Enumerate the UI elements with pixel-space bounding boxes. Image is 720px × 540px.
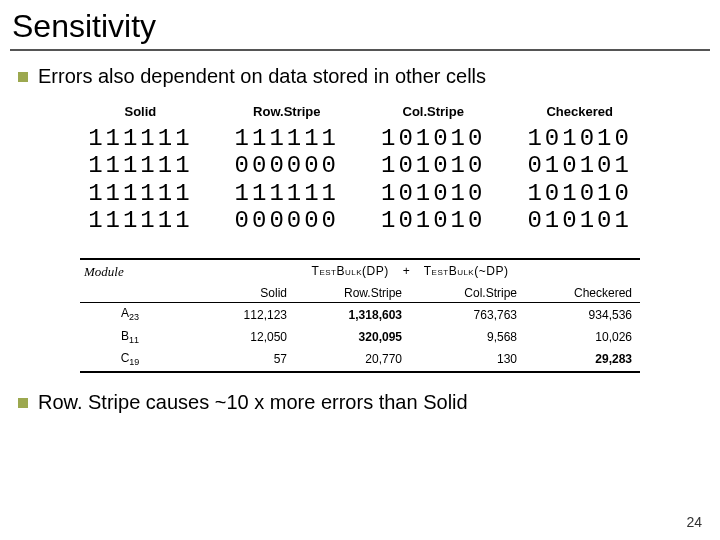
col-head: Solid (180, 286, 295, 300)
data-cell: 130 (410, 352, 525, 366)
col-head: Row.Stripe (295, 286, 410, 300)
formula-head: TestBulk(DP)+TestBulk(~DP) (180, 264, 640, 280)
data-cell: 10,026 (525, 330, 640, 344)
page-number: 24 (686, 514, 702, 530)
data-cell: 12,050 (180, 330, 295, 344)
data-cell: 9,568 (410, 330, 525, 344)
pattern-col-checkered: Checkered 101010 010101 101010 010101 (527, 104, 631, 234)
bullet-2-row: Row. Stripe causes ~10 x more errors tha… (0, 391, 720, 424)
table-pattern-head: Solid Row.Stripe Col.Stripe Checkered (80, 284, 640, 302)
module-head: Module (80, 264, 180, 280)
results-table: Module TestBulk(DP)+TestBulk(~DP) Solid … (0, 258, 720, 372)
data-cell: 1,318,603 (295, 308, 410, 322)
col-head: Checkered (525, 286, 640, 300)
col-head: Col.Stripe (410, 286, 525, 300)
pattern-col-colstripe: Col.Stripe 101010 101010 101010 101010 (381, 104, 485, 234)
pattern-block: 111111 111111 111111 111111 (88, 125, 192, 234)
data-cell: 57 (180, 352, 295, 366)
pattern-block: 101010 010101 101010 010101 (527, 125, 631, 234)
data-cell: 29,283 (525, 352, 640, 366)
pattern-head: Checkered (546, 104, 612, 119)
pattern-head: Row.Stripe (253, 104, 320, 119)
title-divider (10, 49, 710, 51)
module-cell: C19 (80, 351, 180, 367)
patterns-panel: Solid 111111 111111 111111 111111 Row.St… (32, 98, 688, 250)
bullet-icon (18, 72, 28, 82)
table-row: A23 112,123 1,318,603 763,763 934,536 (80, 303, 640, 325)
pattern-block: 101010 101010 101010 101010 (381, 125, 485, 234)
module-cell: B11 (80, 329, 180, 345)
data-cell: 934,536 (525, 308, 640, 322)
data-cell: 112,123 (180, 308, 295, 322)
table-head-row: Module TestBulk(DP)+TestBulk(~DP) (80, 260, 640, 284)
data-cell: 763,763 (410, 308, 525, 322)
bullet-1-text: Errors also dependent on data stored in … (38, 65, 486, 88)
table-rule (80, 371, 640, 373)
table-row: B11 12,050 320,095 9,568 10,026 (80, 326, 640, 348)
module-cell: A23 (80, 306, 180, 322)
table-row: C19 57 20,770 130 29,283 (80, 348, 640, 370)
bullet-icon (18, 398, 28, 408)
pattern-head: Solid (124, 104, 156, 119)
pattern-block: 111111 000000 111111 000000 (235, 125, 339, 234)
pattern-head: Col.Stripe (403, 104, 464, 119)
data-cell: 320,095 (295, 330, 410, 344)
page-title: Sensitivity (0, 0, 720, 49)
pattern-col-solid: Solid 111111 111111 111111 111111 (88, 104, 192, 234)
pattern-col-rowstripe: Row.Stripe 111111 000000 111111 000000 (235, 104, 339, 234)
data-cell: 20,770 (295, 352, 410, 366)
bullet-2-text: Row. Stripe causes ~10 x more errors tha… (38, 391, 468, 414)
bullet-1-row: Errors also dependent on data stored in … (0, 65, 720, 98)
